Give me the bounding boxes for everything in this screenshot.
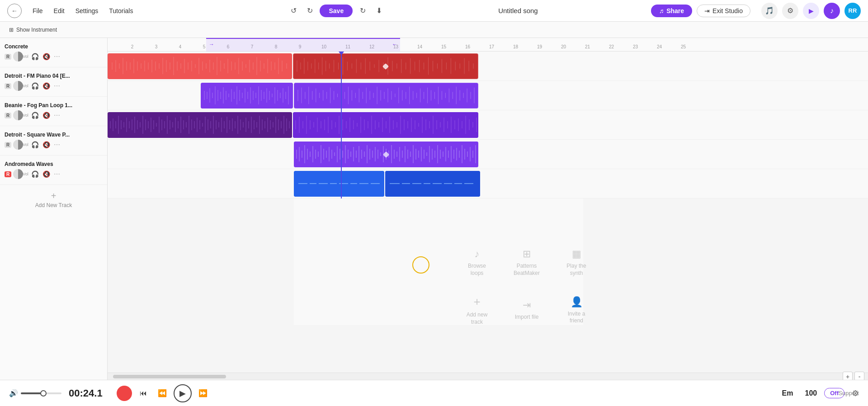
mute-icon-detroit-sq[interactable]: 🔇 [42,140,51,149]
play-button[interactable]: ▶ [174,384,192,402]
back-button[interactable]: ← [7,4,22,18]
headphone-icon-concrete[interactable]: 🎧 [30,52,40,61]
headphone-icon-detroit-sq[interactable]: 🎧 [30,140,40,149]
clip-beanie-1[interactable] [108,112,292,138]
refresh-button[interactable]: ↻ [356,5,369,17]
r-badge-andromeda[interactable]: R [5,171,11,177]
track-header-detroit-fm: Detroit - FM Piano 04 [E... R Vol 🎧 🔇 ⋯ [0,67,107,97]
share-button[interactable]: ♬ Share [651,5,692,17]
record-button[interactable] [117,386,132,401]
more-icon-detroit-fm[interactable]: ⋯ [53,81,61,90]
volume-knob-beanie[interactable] [13,110,23,120]
user-avatar[interactable]: RR [844,3,861,19]
browse-loops-button[interactable]: ♪ Browse loops [457,244,497,281]
clip-detroit-fm-2[interactable] [294,83,478,109]
nav-tutorials[interactable]: Tutorials [109,7,133,14]
headphone-icon-andromeda[interactable]: 🎧 [30,170,40,179]
volume-knob-detroit-fm[interactable] [13,81,23,91]
clip-concrete-1[interactable] [108,53,292,79]
clip-beanie-2[interactable] [293,112,478,138]
nav-file[interactable]: File [33,7,43,14]
download-button[interactable]: ⬇ [373,5,385,17]
track-lane-concrete[interactable] [108,52,868,81]
svg-rect-0 [108,53,292,79]
headphone-icon-detroit-fm[interactable]: 🎧 [30,81,40,90]
more-icon-andromeda[interactable]: ⋯ [53,170,61,179]
redo-button[interactable]: ↻ [303,5,316,17]
r-badge-beanie[interactable]: R [5,113,11,118]
track-lane-andromeda[interactable] [108,169,868,198]
r-badge-concrete[interactable]: R [5,54,11,60]
more-icon-concrete[interactable]: ⋯ [53,52,61,61]
key-display: Em [782,389,793,397]
more-icon-detroit-sq[interactable]: ⋯ [53,140,61,149]
volume-knob-andromeda[interactable] [13,169,23,179]
audiomack-logo-icon[interactable]: ▶ [803,3,819,19]
ruler-mark-2: 2 [120,44,144,49]
track-lane-detroit-sq[interactable] [108,140,868,169]
support-link[interactable]: Support [838,390,859,397]
volume-area: 🔊 [9,389,61,397]
patterns-beatmaker-button[interactable]: ⊞ Patterns BeatMaker [506,244,547,281]
rewind-button[interactable]: ⏪ [155,386,170,401]
undo-button[interactable]: ↺ [287,5,300,17]
fast-forward-button[interactable]: ⏩ [195,386,211,401]
clip-detroit-fm-1[interactable] [201,83,293,109]
clip-concrete-2[interactable] [293,53,478,79]
ruler-mark-20: 20 [552,44,576,49]
add-track-icon: + [473,295,480,309]
nav-edit[interactable]: Edit [54,7,65,14]
music-note-icon: ♪ [475,248,480,260]
save-button[interactable]: Save [320,5,353,17]
transport-controls: ⏮ ⏪ ▶ ⏩ [117,384,211,402]
r-badge-detroit-sq[interactable]: R [5,142,11,148]
invite-friend-button[interactable]: 👤 Invite a friend [556,290,597,330]
r-badge-detroit-fm[interactable]: R [5,83,11,89]
volume-knob-detroit-sq[interactable] [13,140,23,150]
invite-friend-label: Invite a friend [561,311,592,325]
volume-thumb[interactable] [40,390,47,397]
undo-redo-group: ↺ ↻ Save ↻ ⬇ [287,5,385,17]
action-buttons-grid: ♪ Browse loops ⊞ Patterns BeatMaker ▦ Pl… [448,235,606,339]
track-name-detroit-sq: Detroit - Square Wave P... [5,132,103,138]
play-synth-button[interactable]: ▦ Play the synth [556,244,597,281]
audiomack-icon[interactable]: 🎵 [761,3,778,19]
track-lane-beanie[interactable] [108,110,868,140]
song-title: Untitled song [396,7,640,14]
zoom-in-button[interactable]: + [843,372,853,380]
track-lane-detroit-fm[interactable] [108,81,868,110]
ruler-mark-14: 14 [408,44,432,49]
tracks-right[interactable]: → ← 2 3 4 5 6 7 8 9 10 11 12 13 [108,38,868,380]
track-controls-detroit-fm: R Vol 🎧 🔇 ⋯ [5,81,103,91]
horizontal-scrollbar[interactable]: + - [108,373,868,380]
mute-icon-detroit-fm[interactable]: 🔇 [42,81,51,90]
clip-andromeda-1[interactable] [294,171,384,197]
volume-knob-concrete[interactable] [13,52,23,61]
exit-studio-button[interactable]: ⇥ Exit Studio [697,5,750,17]
add-new-track-action-button[interactable]: + Add new track [457,290,497,330]
settings-icon[interactable]: ⚙ [782,3,798,19]
ruler-mark-15: 15 [432,44,456,49]
show-instrument-button[interactable]: ⊞ Show Instrument [5,25,61,34]
nav-settings[interactable]: Settings [75,7,99,14]
volume-slider[interactable] [21,392,61,394]
bpm-display: 100 [805,389,817,397]
add-new-track-button[interactable]: + Add New Track [0,185,107,214]
import-file-button[interactable]: ⇥ Import file [506,290,547,330]
top-right-icons: 🎵 ⚙ ▶ ♪ RR [761,3,861,19]
add-new-track-action-label: Add new track [461,312,493,326]
scrollbar-thumb[interactable] [113,375,226,378]
track-header-andromeda: Andromeda Waves R Vol 🎧 🔇 ⋯ [0,156,107,185]
mute-icon-andromeda[interactable]: 🔇 [42,170,51,179]
mute-icon-beanie[interactable]: 🔇 [42,111,51,120]
zoom-out-button[interactable]: - [854,372,864,380]
clip-detroit-sq-1[interactable] [294,142,478,167]
skip-to-start-button[interactable]: ⏮ [136,386,151,401]
clip-andromeda-2[interactable] [385,171,480,197]
music-note-icon[interactable]: ♪ [824,3,840,19]
more-icon-beanie[interactable]: ⋯ [53,111,61,120]
beatmaker-icon: ⊞ [523,248,531,260]
headphone-icon-beanie[interactable]: 🎧 [30,111,40,120]
mute-icon-concrete[interactable]: 🔇 [42,52,51,61]
loop-region[interactable]: → ← [206,38,400,52]
